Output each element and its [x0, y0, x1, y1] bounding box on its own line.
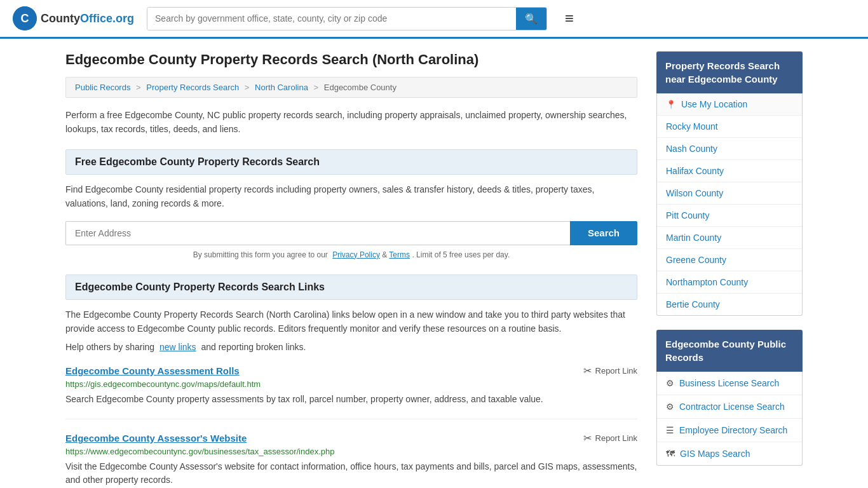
nearby-link-pitt-county[interactable]: Pitt County [666, 210, 709, 220]
nearby-item-martin-county[interactable]: Martin County [657, 227, 802, 249]
nearby-link-halifax-county[interactable]: Halifax County [666, 166, 724, 176]
nearby-link-rocky-mount[interactable]: Rocky Mount [666, 121, 718, 132]
reporting-text: and reporting broken links. [201, 342, 306, 352]
breadcrumb-sep3: > [314, 83, 319, 92]
disclaimer-text: By submitting this form you agree to our [193, 250, 328, 259]
map-icon: 🗺 [666, 449, 675, 459]
hamburger-menu-button[interactable]: ≡ [560, 7, 579, 30]
gear-icon-1: ⚙ [666, 378, 674, 388]
nearby-item-rocky-mount[interactable]: Rocky Mount [657, 116, 802, 138]
links-heading: Edgecombe County Property Records Search… [75, 281, 325, 292]
resource-url-1: https://gis.edgecombecountync.gov/maps/d… [65, 379, 637, 389]
list-icon: ☰ [666, 425, 674, 435]
nearby-item-northampton-county[interactable]: Northampton County [657, 271, 802, 294]
nearby-link-greene-county[interactable]: Greene County [666, 255, 726, 265]
gear-icon-2: ⚙ [666, 402, 674, 412]
public-record-item-gis[interactable]: 🗺 GIS Maps Search [657, 442, 802, 465]
links-section: Edgecombe County Property Records Search… [65, 274, 637, 488]
location-pin-icon: 📍 [666, 100, 676, 109]
breadcrumb-north-carolina[interactable]: North Carolina [255, 83, 308, 92]
header-search-container: 🔍 [147, 7, 547, 30]
sidebar: Property Records Search near Edgecombe C… [656, 51, 803, 488]
nearby-link-northampton-county[interactable]: Northampton County [666, 277, 748, 287]
main-content: Edgecombe County Property Records Search… [65, 51, 637, 488]
header-search-button[interactable]: 🔍 [516, 8, 546, 30]
privacy-policy-link[interactable]: Privacy Policy [332, 250, 380, 259]
free-search-section: Free Edgecombe County Property Records S… [65, 149, 637, 259]
terms-link[interactable]: Terms [389, 250, 410, 259]
report-label-2: Report Link [595, 433, 637, 443]
nearby-item-wilson-county[interactable]: Wilson County [657, 182, 802, 205]
public-records-section-header: Edgecombe County Public Records [656, 330, 803, 372]
nearby-link-martin-county[interactable]: Martin County [666, 233, 721, 243]
site-logo[interactable]: C CountyOffice.org [13, 6, 134, 30]
employee-directory-search-link[interactable]: Employee Directory Search [679, 425, 787, 435]
resource-title-row-2: Edgecombe County Assessor's Website ✂ Re… [65, 432, 637, 444]
nearby-section-header: Property Records Search near Edgecombe C… [656, 51, 803, 93]
public-record-item-business[interactable]: ⚙ Business License Search [657, 372, 802, 395]
logo-org: .org [112, 12, 134, 25]
logo-office: Office [80, 12, 112, 25]
resource-desc-1: Search Edgecombe County property assessm… [65, 393, 637, 406]
logo-svg: C [13, 6, 37, 30]
business-license-search-link[interactable]: Business License Search [679, 378, 779, 388]
address-search-row: Search [65, 221, 637, 245]
hamburger-icon: ≡ [565, 10, 574, 27]
gis-maps-search-link[interactable]: GIS Maps Search [680, 449, 750, 459]
and-text: & [382, 250, 389, 259]
search-icon: 🔍 [525, 13, 538, 24]
free-search-header: Free Edgecombe County Property Records S… [65, 149, 637, 175]
resource-url-2: https://www.edgecombecountync.gov/busine… [65, 447, 637, 456]
limit-text: . Limit of 5 free uses per day. [412, 250, 510, 259]
page-title: Edgecombe County Property Records Search… [65, 51, 637, 68]
public-record-item-contractor[interactable]: ⚙ Contractor License Search [657, 395, 802, 419]
resource-title-2[interactable]: Edgecombe County Assessor's Website [65, 433, 247, 444]
nearby-item-halifax-county[interactable]: Halifax County [657, 160, 802, 182]
report-link-btn-1[interactable]: ✂ Report Link [583, 365, 637, 377]
breadcrumb-public-records[interactable]: Public Records [75, 83, 130, 92]
links-description: The Edgecombe County Property Records Se… [65, 308, 637, 336]
links-section-header: Edgecombe County Property Records Search… [65, 274, 637, 300]
page-description: Perform a free Edgecombe County, NC publ… [65, 108, 637, 137]
resource-title-1[interactable]: Edgecombe County Assessment Rolls [65, 365, 240, 376]
report-icon-1: ✂ [583, 365, 592, 377]
free-search-heading: Free Edgecombe County Property Records S… [75, 156, 320, 167]
use-location-item[interactable]: 📍 Use My Location [657, 93, 802, 116]
breadcrumb-edgecombe-county: Edgecombe County [324, 83, 397, 92]
new-links-link[interactable]: new links [159, 342, 196, 352]
contractor-license-search-link[interactable]: Contractor License Search [679, 402, 785, 412]
breadcrumb-sep1: > [136, 83, 141, 92]
report-link-btn-2[interactable]: ✂ Report Link [583, 432, 637, 444]
site-header: C CountyOffice.org 🔍 ≡ [0, 0, 868, 39]
resource-desc-2: Visit the Edgecombe County Assessor's we… [65, 460, 637, 487]
free-search-description: Find Edgecombe County residential proper… [65, 182, 637, 211]
nearby-link-nash-county[interactable]: Nash County [666, 144, 717, 154]
header-search-input[interactable] [147, 8, 516, 30]
use-location-link[interactable]: Use My Location [681, 99, 747, 109]
form-disclaimer: By submitting this form you agree to our… [65, 250, 637, 259]
nearby-item-pitt-county[interactable]: Pitt County [657, 205, 802, 227]
logo-text: CountyOffice.org [41, 12, 134, 25]
nearby-item-nash-county[interactable]: Nash County [657, 138, 802, 160]
svg-text:C: C [21, 12, 29, 25]
nearby-item-bertie-county[interactable]: Bertie County [657, 294, 802, 315]
nearby-item-greene-county[interactable]: Greene County [657, 249, 802, 271]
resource-entry-2: Edgecombe County Assessor's Website ✂ Re… [65, 432, 637, 488]
address-input[interactable] [65, 221, 570, 245]
nearby-list: 📍 Use My Location Rocky Mount Nash Count… [656, 93, 803, 316]
address-search-button[interactable]: Search [570, 221, 637, 245]
nearby-link-wilson-county[interactable]: Wilson County [666, 188, 723, 198]
breadcrumb-property-records-search[interactable]: Property Records Search [146, 83, 239, 92]
new-links-text: Help others by sharing new links and rep… [65, 342, 637, 352]
public-records-list: ⚙ Business License Search ⚙ Contractor L… [656, 372, 803, 466]
resource-entry-1: Edgecombe County Assessment Rolls ✂ Repo… [65, 365, 637, 419]
logo-icon: C [13, 6, 37, 30]
breadcrumb-sep2: > [245, 83, 250, 92]
report-icon-2: ✂ [583, 432, 592, 444]
help-text: Help others by sharing [65, 342, 154, 352]
nearby-link-bertie-county[interactable]: Bertie County [666, 299, 720, 309]
report-label-1: Report Link [595, 366, 637, 376]
public-record-item-employee[interactable]: ☰ Employee Directory Search [657, 419, 802, 442]
resource-title-row-1: Edgecombe County Assessment Rolls ✂ Repo… [65, 365, 637, 377]
breadcrumb: Public Records > Property Records Search… [65, 77, 637, 98]
